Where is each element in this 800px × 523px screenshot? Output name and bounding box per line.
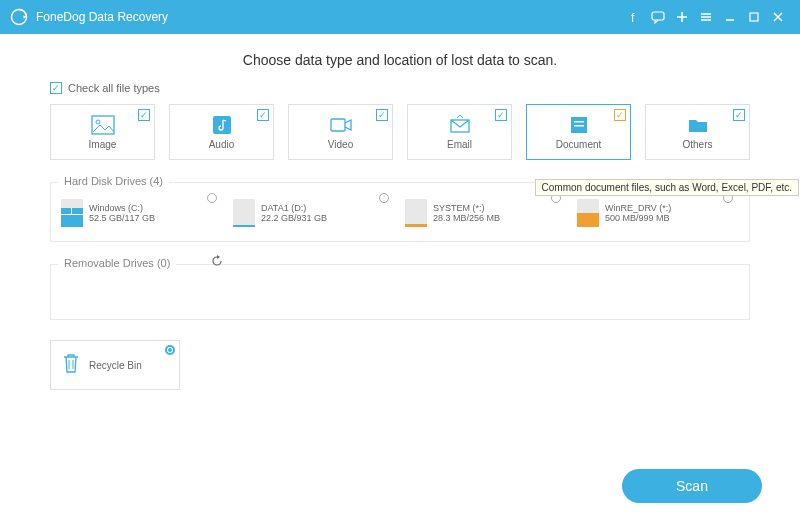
section-removable-title: Removable Drives (0) [58, 257, 176, 269]
check-all-checkbox-icon [50, 82, 62, 94]
drive-radio[interactable] [379, 193, 389, 203]
recycle-label: Recycle Bin [89, 360, 142, 371]
audio-icon [210, 115, 234, 135]
titlebar: FoneDog Data Recovery f [0, 0, 800, 34]
file-type-row: Image Audio Video Email Document Others [50, 104, 750, 160]
type-checkbox-icon [733, 109, 745, 121]
video-icon [329, 115, 353, 135]
drive-usage-bar [61, 199, 83, 227]
type-checkbox-icon [376, 109, 388, 121]
check-all-label: Check all file types [68, 82, 160, 94]
page-heading: Choose data type and location of lost da… [50, 52, 750, 68]
type-label: Email [447, 139, 472, 150]
svg-text:f: f [631, 11, 635, 23]
type-label: Document [556, 139, 602, 150]
drive-name: DATA1 (D:) [261, 203, 327, 213]
type-card-audio[interactable]: Audio [169, 104, 274, 160]
plus-icon[interactable] [670, 5, 694, 29]
drive-item[interactable]: DATA1 (D:)22.2 GB/931 GB [233, 199, 395, 227]
type-label: Image [89, 139, 117, 150]
feedback-icon[interactable] [646, 5, 670, 29]
svg-rect-5 [92, 116, 114, 134]
type-card-document[interactable]: Document [526, 104, 631, 160]
svg-rect-12 [574, 125, 584, 127]
app-logo-icon [10, 8, 28, 26]
drive-usage-bar [233, 199, 255, 227]
scan-button[interactable]: Scan [622, 469, 762, 503]
scan-label: Scan [676, 478, 708, 494]
image-icon [91, 115, 115, 135]
email-icon [448, 115, 472, 135]
maximize-button[interactable] [742, 5, 766, 29]
svg-marker-13 [217, 255, 220, 259]
drive-usage: 500 MB/999 MB [605, 213, 671, 223]
close-button[interactable] [766, 5, 790, 29]
folder-icon [686, 115, 710, 135]
section-hdd-title: Hard Disk Drives (4) [58, 175, 169, 187]
type-card-video[interactable]: Video [288, 104, 393, 160]
type-card-email[interactable]: Email [407, 104, 512, 160]
drive-name: Windows (C:) [89, 203, 155, 213]
drive-name: WinRE_DRV (*:) [605, 203, 671, 213]
type-checkbox-icon [138, 109, 150, 121]
recycle-bin-card[interactable]: Recycle Bin [50, 340, 180, 390]
drive-usage: 28.3 MB/256 MB [433, 213, 500, 223]
section-removable: Removable Drives (0) [50, 260, 750, 320]
drive-usage: 52.5 GB/117 GB [89, 213, 155, 223]
svg-rect-3 [652, 12, 664, 20]
drive-radio[interactable] [207, 193, 217, 203]
svg-rect-11 [574, 121, 584, 123]
type-label: Others [682, 139, 712, 150]
menu-icon[interactable] [694, 5, 718, 29]
drive-usage: 22.2 GB/931 GB [261, 213, 327, 223]
type-checkbox-icon [495, 109, 507, 121]
type-checkbox-icon [614, 109, 626, 121]
document-tooltip: Common document files, such as Word, Exc… [535, 179, 799, 196]
drive-usage-bar [405, 199, 427, 227]
minimize-button[interactable] [718, 5, 742, 29]
check-all-toggle[interactable]: Check all file types [50, 82, 750, 94]
drive-item[interactable]: WinRE_DRV (*:)500 MB/999 MB [577, 199, 739, 227]
drive-name: SYSTEM (*:) [433, 203, 500, 213]
app-title: FoneDog Data Recovery [36, 10, 168, 24]
type-card-others[interactable]: Others [645, 104, 750, 160]
type-checkbox-icon [257, 109, 269, 121]
trash-icon [61, 352, 81, 378]
svg-point-6 [96, 120, 100, 124]
type-card-image[interactable]: Image [50, 104, 155, 160]
document-icon [567, 115, 591, 135]
recycle-radio-icon [165, 345, 175, 355]
drive-item[interactable]: SYSTEM (*:)28.3 MB/256 MB [405, 199, 567, 227]
svg-rect-8 [331, 119, 345, 131]
drive-usage-bar [577, 199, 599, 227]
drive-item[interactable]: Windows (C:)52.5 GB/117 GB [61, 199, 223, 227]
refresh-button[interactable] [211, 253, 223, 271]
svg-rect-7 [213, 116, 231, 134]
type-label: Audio [209, 139, 235, 150]
type-label: Video [328, 139, 353, 150]
facebook-icon[interactable]: f [622, 5, 646, 29]
svg-rect-4 [750, 13, 758, 21]
